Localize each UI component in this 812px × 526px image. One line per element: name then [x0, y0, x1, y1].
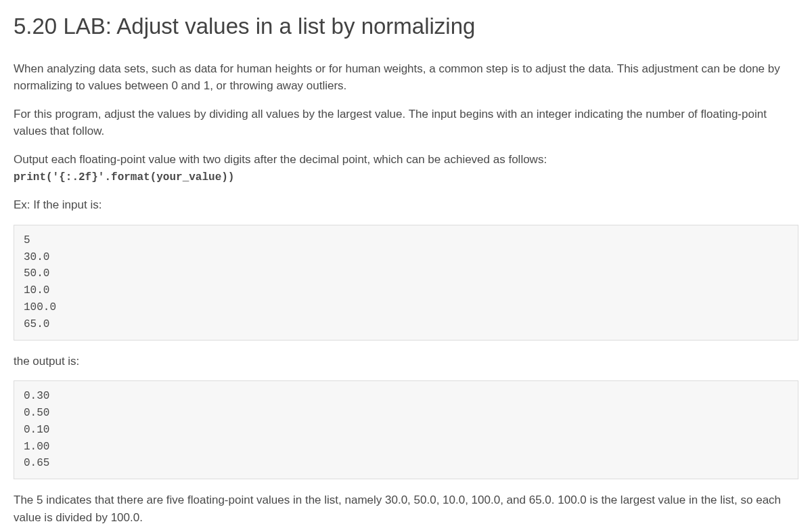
- example-input-label: Ex: If the input is:: [14, 196, 798, 214]
- example-input-block: 5 30.0 50.0 10.0 100.0 65.0: [14, 225, 798, 341]
- explanation-paragraph: The 5 indicates that there are five floa…: [14, 491, 798, 526]
- print-format-code: print('{:.2f}'.format(your_value)): [14, 171, 234, 183]
- output-instruction-text: Output each floating-point value with tw…: [14, 153, 547, 166]
- example-output-label: the output is:: [14, 353, 798, 370]
- intro-paragraph-2: For this program, adjust the values by d…: [14, 106, 798, 140]
- page-title: 5.20 LAB: Adjust values in a list by nor…: [14, 12, 798, 41]
- example-output-block: 0.30 0.50 0.10 1.00 0.65: [14, 380, 798, 479]
- intro-paragraph-1: When analyzing data sets, such as data f…: [14, 60, 798, 95]
- output-instruction: Output each floating-point value with tw…: [14, 151, 798, 186]
